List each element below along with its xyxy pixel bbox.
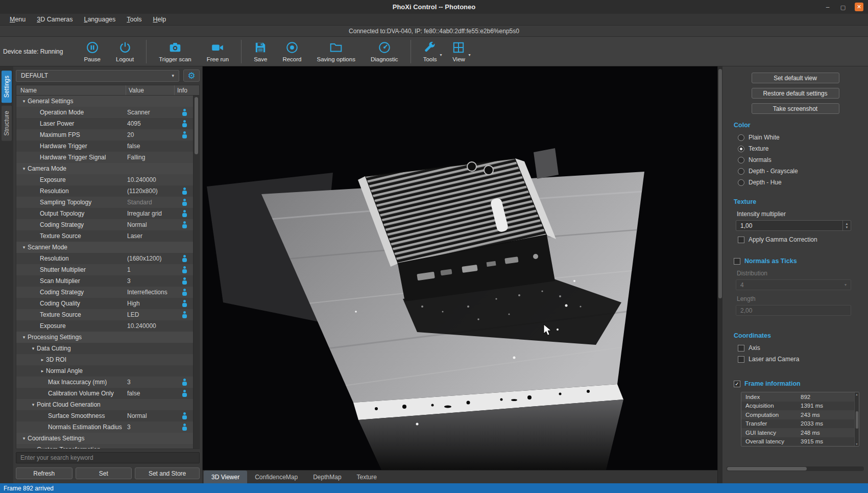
side-tab-settings[interactable]: Settings: [2, 71, 12, 103]
info-icon[interactable]: [182, 221, 187, 228]
settings-row[interactable]: Texture SourceLED: [16, 309, 193, 320]
settings-row[interactable]: Exposure10.240000: [16, 320, 193, 332]
checkbox-icon[interactable]: [738, 237, 744, 243]
settings-row[interactable]: Texture SourceLaser: [16, 230, 193, 242]
minimize-icon[interactable]: [824, 4, 831, 11]
view-button[interactable]: View: [444, 39, 473, 64]
info-icon[interactable]: [182, 424, 187, 431]
info-icon[interactable]: [182, 187, 187, 195]
table-scrollbar[interactable]: [854, 392, 859, 446]
scrollbar-thumb[interactable]: [856, 411, 858, 429]
settings-row[interactable]: 3D ROI: [16, 354, 193, 365]
expand-icon[interactable]: [39, 368, 46, 373]
record-button[interactable]: Record: [275, 39, 309, 64]
collapse-icon[interactable]: [20, 99, 28, 104]
menu-item-help[interactable]: Help: [148, 15, 172, 24]
radio-icon[interactable]: [738, 157, 744, 163]
scrollbar-thumb[interactable]: [727, 467, 807, 471]
settings-row[interactable]: Hardware Trigger SignalFalling: [16, 152, 193, 163]
settings-row[interactable]: Custom Transformation: [16, 444, 193, 449]
radio-plain-white[interactable]: Plain White: [738, 134, 868, 141]
settings-row[interactable]: Laser Power4095: [16, 118, 193, 129]
free-run-button[interactable]: Free run: [199, 39, 236, 64]
radio-icon[interactable]: [738, 134, 744, 141]
collapse-icon[interactable]: [20, 166, 28, 171]
spinner-arrows-icon[interactable]: [842, 221, 851, 230]
settings-row[interactable]: Maximum FPS20: [16, 129, 193, 140]
intensity-multiplier-input[interactable]: [736, 222, 842, 229]
settings-row[interactable]: Output TopologyIrregular grid: [16, 208, 193, 219]
settings-row[interactable]: Coding StrategyNormal: [16, 219, 193, 230]
info-icon[interactable]: [182, 199, 187, 206]
settings-row[interactable]: Scanner Mode: [16, 242, 193, 253]
tab-texture[interactable]: Texture: [349, 471, 384, 483]
menu-item-tools[interactable]: Tools: [121, 15, 147, 24]
info-icon[interactable]: [182, 109, 187, 116]
trigger-scan-button[interactable]: Trigger scan: [151, 39, 199, 64]
settings-row[interactable]: Sampling TopologyStandard: [16, 197, 193, 208]
menu-item-3d-cameras[interactable]: 3D Cameras: [31, 15, 78, 24]
laser-and-camera-checkbox[interactable]: Laser and Camera: [738, 356, 868, 363]
tab-depth-map[interactable]: DepthMap: [305, 471, 349, 483]
settings-row[interactable]: Scan Multiplier3: [16, 275, 193, 287]
settings-row[interactable]: Coding QualityHigh: [16, 298, 193, 309]
length-input[interactable]: [736, 305, 851, 316]
settings-row[interactable]: General Settings: [16, 96, 193, 107]
info-icon[interactable]: [182, 379, 187, 386]
set-default-view-button[interactable]: Set default view: [752, 73, 839, 83]
info-icon[interactable]: [182, 255, 187, 262]
axis-checkbox[interactable]: Axis: [738, 344, 868, 351]
collapse-icon[interactable]: [20, 335, 28, 340]
expand-icon[interactable]: [39, 357, 46, 362]
info-icon[interactable]: [182, 266, 187, 273]
diagnostic-button[interactable]: Diagnostic: [363, 39, 406, 64]
scrollbar-thumb[interactable]: [718, 69, 722, 298]
settings-row[interactable]: Calibration Volume Onlyfalse: [16, 388, 193, 399]
close-icon[interactable]: [855, 3, 863, 11]
info-icon[interactable]: [182, 289, 187, 296]
scrollbar-thumb[interactable]: [195, 97, 198, 154]
info-icon[interactable]: [182, 300, 187, 307]
gear-icon[interactable]: [183, 69, 200, 82]
info-icon[interactable]: [182, 311, 187, 318]
normals-as-ticks-checkbox[interactable]: Normals as Ticks: [734, 257, 868, 265]
settings-row[interactable]: Surface SmoothnessNormal: [16, 410, 193, 421]
side-tab-structure[interactable]: Structure: [2, 106, 12, 141]
radio-normals[interactable]: Normals: [738, 156, 868, 163]
settings-scrollbar[interactable]: [193, 96, 199, 449]
right-panel-scrollbar[interactable]: [717, 66, 722, 483]
collapse-icon[interactable]: [30, 346, 37, 351]
logout-button[interactable]: Logout: [108, 39, 141, 64]
apply-gamma-correction-checkbox[interactable]: Apply Gamma Correction: [738, 236, 868, 243]
settings-row[interactable]: Coordinates Settings: [16, 433, 193, 444]
info-icon[interactable]: [182, 120, 187, 127]
settings-row[interactable]: Normals Estimation Radius3: [16, 421, 193, 433]
radio-icon[interactable]: [738, 168, 744, 175]
settings-row[interactable]: Coding StrategyInterreflections: [16, 287, 193, 298]
info-icon[interactable]: [182, 210, 187, 217]
checkbox-icon[interactable]: [734, 258, 740, 265]
radio-depth-hue[interactable]: Depth - Hue: [738, 179, 868, 186]
info-icon[interactable]: [182, 277, 187, 285]
horizontal-scrollbar[interactable]: [727, 466, 864, 471]
info-icon[interactable]: [182, 412, 187, 419]
frame-information-checkbox[interactable]: Frame information: [734, 380, 868, 387]
intensity-multiplier-spinner[interactable]: [736, 220, 851, 231]
3d-view-canvas[interactable]: [203, 66, 717, 470]
tab-confidence-map[interactable]: ConfidenceMap: [247, 471, 305, 483]
pause-button[interactable]: Pause: [76, 39, 108, 64]
settings-row[interactable]: Camera Mode: [16, 163, 193, 174]
settings-row[interactable]: Data Cutting: [16, 343, 193, 354]
maximize-icon[interactable]: [839, 4, 847, 11]
settings-row[interactable]: Operation ModeScanner: [16, 107, 193, 118]
refresh-button[interactable]: Refresh: [16, 467, 73, 479]
collapse-icon[interactable]: [30, 447, 37, 449]
checkbox-checked-icon[interactable]: [734, 381, 740, 387]
info-icon[interactable]: [182, 131, 187, 138]
radio-depth-grayscale[interactable]: Depth - Grayscale: [738, 168, 868, 175]
set-button[interactable]: Set: [76, 467, 132, 479]
settings-row[interactable]: Resolution(1120x800): [16, 185, 193, 197]
info-icon[interactable]: [182, 390, 187, 397]
settings-row[interactable]: Normal Angle: [16, 365, 193, 377]
collapse-icon[interactable]: [20, 245, 28, 250]
